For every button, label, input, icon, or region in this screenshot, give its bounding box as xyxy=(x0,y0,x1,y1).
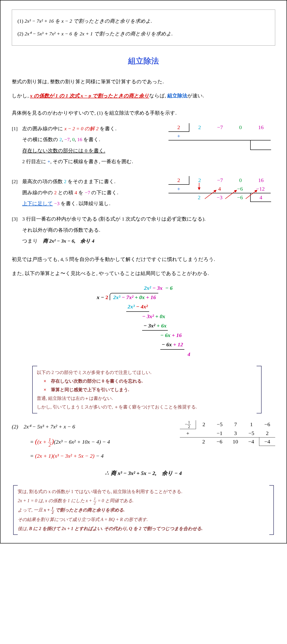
therefore-icon xyxy=(105,470,111,476)
p: −12 xyxy=(250,185,271,193)
q2: − 3x xyxy=(151,285,163,291)
r: 2 xyxy=(196,438,212,446)
r: −3 xyxy=(209,193,230,202)
r: −6 xyxy=(212,438,227,446)
coef2: 2 xyxy=(64,178,67,184)
text: 左の囲み線の中に xyxy=(22,126,65,132)
step1-text: 左の囲み線の中に x − 2 = 0 の解 2 を書く. その横に係数の 2, … xyxy=(22,123,164,167)
d4: + 16 xyxy=(145,294,156,300)
step-1: [1] 左の囲み線の中に x − 2 = 0 の解 2 を書く. その横に係数の… xyxy=(12,123,275,167)
text: 2x + 1 = 0 は, x の係数を 1 にした x + xyxy=(18,498,93,503)
half-n: 1 xyxy=(48,437,52,442)
c: 2 xyxy=(196,420,212,429)
remainder: 4 xyxy=(250,193,271,202)
r5a: − 6x xyxy=(162,342,172,348)
question-1: (1) 2x³ − 7x² + 16 を x − 2 で割ったときの商と余りを求… xyxy=(18,16,269,26)
text: を書く. xyxy=(82,136,100,142)
text: 最高次の項の係数 xyxy=(22,178,64,184)
eq: = xyxy=(30,453,35,459)
c: −5 xyxy=(212,420,228,429)
q3: − 6 xyxy=(163,285,173,291)
long-division: 2x² − 3x − 6 x − 2 2x³ − 7x² + 0x + 16 2… xyxy=(97,284,190,359)
root: 2 xyxy=(168,176,189,185)
red-underline-phrase: x の係数が 1 の 1 次式 x − p で割ったときの商と余り xyxy=(30,93,149,98)
p: 3 xyxy=(227,429,243,438)
neg3: −3 xyxy=(54,200,60,206)
r3b: + 6x xyxy=(155,323,167,328)
warning-note: 以下の 2 つの部分でミスが多発するので注意してほしい. × 存在しない次数の部… xyxy=(32,366,261,414)
r5b: + 12 xyxy=(172,342,183,348)
root-box: 2 xyxy=(168,123,189,132)
minus4: − 4 xyxy=(94,453,104,459)
text: の下に書く. xyxy=(90,190,118,196)
c: 2 xyxy=(189,176,210,185)
d: 2 xyxy=(187,425,191,429)
plus: + xyxy=(168,132,189,140)
cross-icon: × xyxy=(44,378,46,384)
blank xyxy=(230,140,250,150)
b xyxy=(189,185,209,193)
intro-p1: 整式の割り算は, 整数の割り算と同様に筆算で計算するのであった. xyxy=(12,76,275,87)
coef-neg7: −7 xyxy=(65,136,70,142)
step2-body: 最高次の項の係数 2 をそのまま下に書く. 囲み線の中の 2 との積 4 を −… xyxy=(22,176,275,209)
c: −6 xyxy=(259,420,275,429)
zero-rule: 存在しない次数の部分には 0 を書く. xyxy=(22,148,105,154)
text: で割ったときの商と余りを求める. xyxy=(54,508,125,512)
remainder: −4 xyxy=(259,438,275,446)
eq: = xyxy=(30,439,35,445)
d: 2 xyxy=(51,510,54,515)
synthetic-diagram-1: 2 2 −7 0 16 + xyxy=(168,123,275,150)
p: 4 xyxy=(209,185,230,193)
step2-label: [2] xyxy=(12,176,22,187)
root-condition: x − 2 = 0 の解 2 xyxy=(65,126,99,132)
text: x + xyxy=(44,508,51,512)
intro-p2: しかし, x の係数が 1 の 1 次式 x − p で割ったときの商と余りなら… xyxy=(12,90,275,101)
text: , その下に横線を書き, 一番右を囲む. xyxy=(50,158,133,164)
answer-2: 商 x³ − 3x² + 5x − 2, 余り − 4 xyxy=(111,470,182,476)
r1a: 2x³ xyxy=(128,304,135,310)
c: 7 xyxy=(227,420,243,429)
n: 1 xyxy=(187,420,191,425)
coef-16: 16 xyxy=(77,136,82,142)
r2b: + 0x xyxy=(154,314,165,319)
c3: 0 xyxy=(230,123,251,132)
p: −5 xyxy=(243,429,259,438)
d1: 2x³ xyxy=(113,294,120,300)
fn-p1: 実は, 割る式の x の係数が 1 ではない場合でも, 組立除法を利用することが… xyxy=(18,487,269,496)
r4b: + 16 xyxy=(170,332,182,338)
p: −6 xyxy=(230,185,250,193)
step1-label: [1] xyxy=(12,123,22,134)
p: −1 xyxy=(212,429,227,438)
p: 2 xyxy=(259,429,275,438)
blue-term: 組立除法 xyxy=(167,93,187,98)
bridge-p1: 初見では戸惑っても, 4, 5 問を自分の手を動かして解くだけですぐに慣れてしま… xyxy=(12,254,275,265)
solution-2-work: (2) 2x⁴ − 5x³ + 7x² + x − 6 = ((x + 12)(… xyxy=(12,420,171,463)
label: (2) xyxy=(12,424,18,430)
product: 4 xyxy=(75,190,77,196)
blank xyxy=(209,140,230,150)
q1: 2x² xyxy=(144,285,151,291)
text: それ以外が商の各項の係数である. xyxy=(22,225,275,236)
warn-foot2: しかし, 引いてしまうミスが多いので, ＋を書く癖をつけておくことを推奨する. xyxy=(37,402,257,411)
c: 1 xyxy=(243,420,259,429)
c4: 16 xyxy=(251,123,271,132)
synthetic-diagram-3: −12 2 −5 7 1 −6 + −1 3 −5 2 2 −6 10 −4 xyxy=(180,420,275,446)
blank xyxy=(168,140,189,150)
step-2: [2] 最高次の項の係数 2 をそのまま下に書く. 囲み線の中の 2 との積 4… xyxy=(12,176,275,209)
plus: + xyxy=(168,185,189,193)
fn-p5b: B に 2 を掛けて 2x + 1 とすればよい. その代わり, Q を 2 で… xyxy=(29,526,202,531)
r2a: − 3x² xyxy=(142,314,154,319)
answer-1: 商 2x² − 3x − 6, 余り 4 xyxy=(43,238,94,244)
factored: (2x + 1)(x³ − 3x² + 5x − 2) xyxy=(35,453,94,459)
cross-icon: × xyxy=(44,387,46,392)
question-box: (1) 2x³ − 7x² + 16 を x − 2 で割ったときの商と余りを求… xyxy=(12,10,275,46)
blank xyxy=(209,132,230,140)
n: 1 xyxy=(93,497,97,501)
text: をそのまま下に書く. xyxy=(67,178,116,184)
warn-x2: 筆算と同じ感覚で上下を引いてしまう. xyxy=(51,387,129,392)
expr0: 2x⁴ − 5x³ + 7x² + x − 6 xyxy=(24,424,75,430)
c: 16 xyxy=(251,176,271,185)
final-note: 実は, 割る式の x の係数が 1 ではない場合でも, 組立除法を利用することが… xyxy=(13,485,274,535)
r: 2 xyxy=(189,193,209,202)
blank xyxy=(250,132,271,140)
